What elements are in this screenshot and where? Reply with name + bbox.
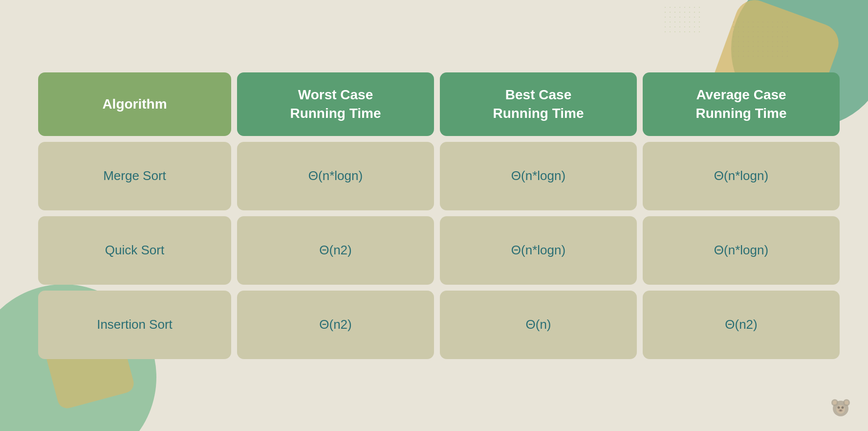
header-algorithm-label: Algorithm <box>102 95 167 113</box>
quick-sort-worst-value: Θ(n2) <box>319 243 351 258</box>
row-insertion-sort-worst: Θ(n2) <box>237 291 434 359</box>
header-best-case-label: Best CaseRunning Time <box>493 86 584 123</box>
insertion-sort-label: Insertion Sort <box>97 317 173 332</box>
merge-sort-average-value: Θ(n*logn) <box>714 168 768 183</box>
header-worst-case-label: Worst CaseRunning Time <box>290 86 381 123</box>
header-average-case-label: Average CaseRunning Time <box>695 86 786 123</box>
header-best-case: Best CaseRunning Time <box>440 72 637 136</box>
row-merge-sort-average: Θ(n*logn) <box>643 142 840 210</box>
row-quick-sort-best: Θ(n*logn) <box>440 216 637 285</box>
svg-point-7 <box>842 407 844 409</box>
algorithm-table: Algorithm Worst CaseRunning Time Best Ca… <box>38 72 830 359</box>
row-merge-sort-worst: Θ(n*logn) <box>237 142 434 210</box>
row-insertion-sort-best: Θ(n) <box>440 291 637 359</box>
row-quick-sort-worst: Θ(n2) <box>237 216 434 285</box>
header-worst-case: Worst CaseRunning Time <box>237 72 434 136</box>
svg-point-9 <box>840 410 842 411</box>
insertion-sort-average-value: Θ(n2) <box>725 317 757 332</box>
bear-icon <box>829 396 852 419</box>
row-quick-sort-average: Θ(n*logn) <box>643 216 840 285</box>
merge-sort-worst-value: Θ(n*logn) <box>308 168 363 183</box>
row-merge-sort-algo: Merge Sort <box>38 142 231 210</box>
insertion-sort-worst-value: Θ(n2) <box>319 317 351 332</box>
bg-decor-speckle-1 <box>731 20 790 59</box>
merge-sort-label: Merge Sort <box>103 168 166 183</box>
svg-point-4 <box>845 401 848 405</box>
svg-point-6 <box>838 407 840 409</box>
quick-sort-average-value: Θ(n*logn) <box>714 243 768 258</box>
bg-decor-speckle-2 <box>663 5 702 34</box>
header-algorithm: Algorithm <box>38 72 231 136</box>
merge-sort-best-value: Θ(n*logn) <box>511 168 565 183</box>
row-merge-sort-best: Θ(n*logn) <box>440 142 637 210</box>
row-insertion-sort-algo: Insertion Sort <box>38 291 231 359</box>
quick-sort-best-value: Θ(n*logn) <box>511 243 565 258</box>
row-insertion-sort-average: Θ(n2) <box>643 291 840 359</box>
quick-sort-label: Quick Sort <box>105 243 164 258</box>
svg-point-3 <box>833 401 837 405</box>
header-average-case: Average CaseRunning Time <box>643 72 840 136</box>
insertion-sort-best-value: Θ(n) <box>526 317 551 332</box>
row-quick-sort-algo: Quick Sort <box>38 216 231 285</box>
